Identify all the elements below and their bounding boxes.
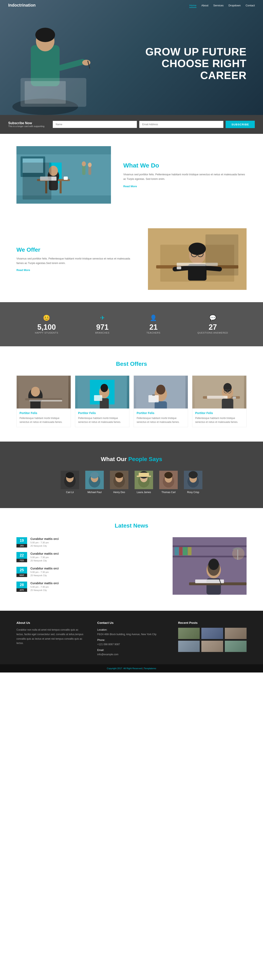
svg-point-18 xyxy=(49,165,58,176)
offer-card-2-body: Portitor Felis Pellentesque habitant mor… xyxy=(75,409,129,427)
svg-rect-38 xyxy=(177,266,181,269)
nav-dropdown[interactable]: Dropdown xyxy=(228,4,241,7)
footer-post-img-6 xyxy=(225,641,247,652)
nav-services[interactable]: Services xyxy=(213,4,223,7)
news-meta-2: 5:00 pm - 7:30 pm xyxy=(30,556,164,558)
svg-rect-20 xyxy=(40,177,56,181)
offer-card-3-title: Portitor Felis xyxy=(137,411,185,415)
svg-rect-21 xyxy=(64,177,68,180)
news-location-2: 25 Newyork City xyxy=(30,559,164,562)
news-day-4: 28 xyxy=(16,582,27,588)
news-day-1: 19 xyxy=(16,537,27,544)
svg-rect-55 xyxy=(148,395,159,402)
svg-rect-56 xyxy=(152,394,155,396)
we-offer-read-more[interactable]: Read More xyxy=(16,269,30,272)
news-month-3: Mar xyxy=(16,574,27,577)
nav-home[interactable]: Home xyxy=(189,4,196,8)
testimonial-people: Cari Lii Michael Paul xyxy=(16,471,247,494)
what-we-do-read-more[interactable]: Read More xyxy=(123,185,137,188)
svg-rect-57 xyxy=(195,375,244,409)
we-offer-section: We Offer Vivamus sed porttitor felis. Pe… xyxy=(0,216,263,302)
news-title-2: Curabitur mattis orci xyxy=(30,552,164,555)
svg-rect-50 xyxy=(94,395,102,401)
nav-links: Home About Services Dropdown Contact xyxy=(189,4,255,7)
news-time-2: 5:00 pm - 7:30 pm xyxy=(30,556,49,558)
person-name-6: Rosy Crisp xyxy=(184,491,202,494)
stat-questions: 💬 27 QUESTIONS ANSWERED xyxy=(198,315,228,334)
news-item-1: 19 Jan Curabitur mattis orci 5:00 pm - 7… xyxy=(16,537,164,547)
stat-branches: ✈ 971 BRANCHES xyxy=(95,315,110,334)
offer-card-3-text: Pellentesque habitant morbi tristique se… xyxy=(137,416,185,424)
news-content-3: Curabitur mattis orci 5:00 pm - 7:30 pm … xyxy=(30,567,164,577)
svg-point-74 xyxy=(91,472,99,479)
hero-section: GROW UP FUTURE CHOOSE RIGHT CAREER xyxy=(0,0,263,115)
stat-label-questions: QUESTIONS ANSWERED xyxy=(198,331,228,334)
nav-about[interactable]: About xyxy=(201,4,208,7)
offer-card-4-body: Portitor Felis Pellentesque habitant mor… xyxy=(192,409,246,427)
news-item-3: 25 Mar Curabitur mattis orci 5:00 pm - 7… xyxy=(16,567,164,577)
subscribe-name-input[interactable] xyxy=(53,121,137,128)
person-rosy-crisp[interactable]: Rosy Crisp xyxy=(184,471,202,494)
news-month-2: Feb xyxy=(16,559,27,562)
news-month-1: Jan xyxy=(16,544,27,547)
offer-card-4-text: Pellentesque habitant morbi tristique se… xyxy=(195,416,244,424)
teachers-icon: 👤 xyxy=(147,315,161,321)
footer-post-img-5 xyxy=(201,641,223,652)
news-meta-4: 5:00 pm - 7:30 pm xyxy=(30,585,164,588)
news-featured-image xyxy=(172,537,247,595)
branches-icon: ✈ xyxy=(95,315,110,321)
person-thomas-carl[interactable]: Thomas Carl xyxy=(159,471,178,494)
news-time-4: 5:00 pm - 7:30 pm xyxy=(30,585,49,588)
news-meta-1: 5:00 pm - 7:30 pm xyxy=(30,541,164,544)
svg-rect-36 xyxy=(203,266,222,272)
footer-about: About Us Curabitur non nulla sit amet ni… xyxy=(16,621,85,658)
svg-rect-12 xyxy=(22,159,43,173)
news-time-1: 5:00 pm - 7:30 pm xyxy=(30,541,49,544)
hero-content: GROW UP FUTURE CHOOSE RIGHT CAREER xyxy=(145,33,263,81)
news-content-4: Curabitur mattis orci 5:00 pm - 7:30 pm … xyxy=(30,582,164,592)
we-offer-text: Vivamus sed porttitor felis. Pellentesqu… xyxy=(16,256,135,266)
news-item-2: 22 Feb Curabitur mattis orci 5:00 pm - 7… xyxy=(16,552,164,562)
svg-point-23 xyxy=(82,161,86,166)
hero-title: GROW UP FUTURE CHOOSE RIGHT CAREER xyxy=(145,46,247,81)
subscribe-title: Subscribe Now xyxy=(8,121,45,125)
news-location-1: 25 Newyork City xyxy=(30,545,164,547)
svg-rect-66 xyxy=(233,396,236,399)
person-henry-doo[interactable]: Henry Doo xyxy=(110,471,128,494)
offer-card-3-body: Portitor Felis Pellentesque habitant mor… xyxy=(134,409,188,427)
news-month-4: Apr xyxy=(16,588,27,592)
svg-point-48 xyxy=(101,384,108,392)
person-name-5: Thomas Carl xyxy=(159,491,178,494)
offer-card-1-title: Portitor Felis xyxy=(19,411,68,415)
offer-img-4 xyxy=(192,375,246,409)
what-we-do-image xyxy=(16,146,111,204)
nav-contact[interactable]: Contact xyxy=(245,4,255,7)
person-michael-paul[interactable]: Michael Paul xyxy=(85,471,104,494)
news-content-2: Curabitur mattis orci 5:00 pm - 7:30 pm … xyxy=(30,552,164,562)
footer-posts: Recent Posts xyxy=(178,621,247,658)
navbar: Indoctrination Home About Services Dropd… xyxy=(0,0,263,11)
person-laura-james[interactable]: Laura James xyxy=(135,471,153,494)
svg-point-78 xyxy=(115,473,123,478)
subscribe-button[interactable]: SUBSCRIBE xyxy=(226,121,255,128)
svg-rect-100 xyxy=(188,547,191,555)
subscribe-email-input[interactable] xyxy=(139,121,223,128)
what-we-do-section: What We Do Vivamus sed porttitor felis. … xyxy=(0,134,263,216)
svg-rect-8 xyxy=(25,81,66,103)
svg-rect-39 xyxy=(19,375,69,409)
person-cari-lii[interactable]: Cari Lii xyxy=(61,471,79,494)
news-date-3: 25 Mar xyxy=(16,567,27,577)
news-title-3: Curabitur mattis orci xyxy=(30,567,164,570)
questions-icon: 💬 xyxy=(198,315,228,321)
offer-card-1-text: Pellentesque habitant morbi tristique se… xyxy=(19,416,68,424)
offer-img-2 xyxy=(75,375,129,409)
svg-rect-4 xyxy=(57,58,86,71)
news-day-3: 25 xyxy=(16,567,27,574)
footer-post-img-1 xyxy=(178,628,200,639)
stat-label-students: HAPPY STUDENTS xyxy=(35,331,58,334)
nav-logo: Indoctrination xyxy=(8,3,35,8)
svg-rect-64 xyxy=(222,399,233,409)
offer-img-1 xyxy=(17,375,71,409)
person-name-1: Cari Lii xyxy=(61,491,79,494)
person-avatar-4 xyxy=(135,471,153,489)
